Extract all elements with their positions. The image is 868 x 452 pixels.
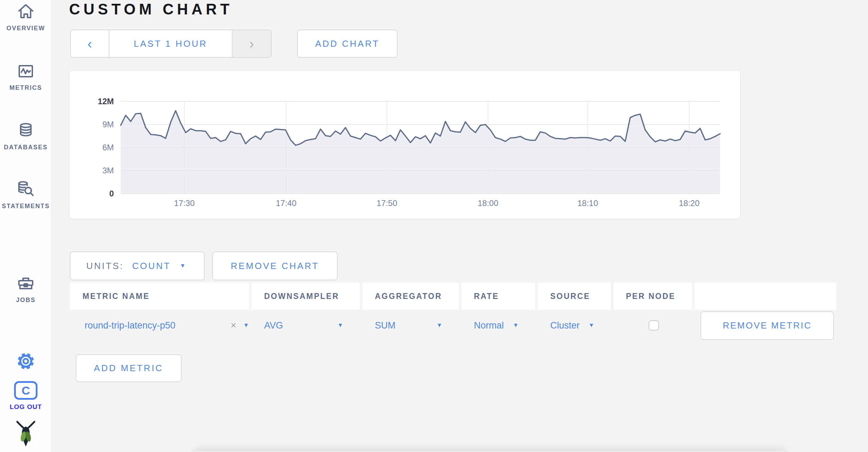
sidebar-item-statements[interactable]: STATEMENTS <box>0 181 52 210</box>
aggregator-dropdown[interactable]: SUM ▼ <box>362 310 459 341</box>
settings-gear-icon[interactable] <box>16 352 35 372</box>
downsampler-dropdown[interactable]: AVG ▼ <box>252 310 360 341</box>
column-header-actions <box>695 283 836 310</box>
column-header-metric-name: METRIC NAME <box>70 283 249 310</box>
rate-dropdown[interactable]: Normal ▼ <box>462 310 535 341</box>
sidebar-item-label: STATEMENTS <box>2 203 50 210</box>
remove-metric-button[interactable]: REMOVE METRIC <box>701 311 834 340</box>
statements-icon <box>17 181 34 198</box>
metric-name-value[interactable]: round-trip-latency-p50 <box>85 320 175 331</box>
column-header-rate: RATE <box>462 283 535 310</box>
chevron-right-icon: › <box>249 36 254 52</box>
home-icon <box>18 3 34 20</box>
metrics-icon <box>18 62 34 79</box>
chevron-down-icon: ▼ <box>513 322 519 329</box>
time-range-next-button[interactable]: › <box>232 30 271 57</box>
sidebar-item-databases[interactable]: DATABASES <box>0 122 52 151</box>
sidebar-item-label: DATABASES <box>4 144 47 151</box>
column-header-aggregator: AGGREGATOR <box>362 283 459 310</box>
sidebar-item-metrics[interactable]: METRICS <box>0 62 52 92</box>
add-chart-button[interactable]: ADD CHART <box>297 30 398 58</box>
chevron-left-icon: ‹ <box>87 36 92 52</box>
sidebar-item-label: METRICS <box>10 84 42 92</box>
svg-text:6M: 6M <box>102 143 114 152</box>
logout-label: LOG OUT <box>10 403 42 411</box>
column-header-per-node: PER NODE <box>614 283 692 310</box>
sidebar-item-jobs[interactable]: JOBS <box>0 275 52 304</box>
svg-text:18:00: 18:00 <box>478 198 498 208</box>
sidebar: OVERVIEW METRICS DATABASES <box>0 0 52 452</box>
chevron-down-icon: ▼ <box>180 262 187 269</box>
jobs-icon <box>17 275 34 292</box>
sidebar-item-label: JOBS <box>16 297 35 304</box>
cockroach-bug-logo <box>16 420 35 449</box>
svg-text:17:30: 17:30 <box>174 198 195 208</box>
page-title: CUSTOM CHART <box>69 1 233 18</box>
per-node-checkbox[interactable] <box>649 320 659 331</box>
time-range-selector: ‹ LAST 1 HOUR › <box>70 30 272 58</box>
chevron-down-icon: ▼ <box>436 322 442 329</box>
sidebar-item-label: OVERVIEW <box>7 25 45 32</box>
chevron-down-icon[interactable]: ▼ <box>243 322 249 329</box>
time-range-prev-button[interactable]: ‹ <box>71 30 109 57</box>
svg-text:9M: 9M <box>102 120 114 129</box>
time-range-dropdown[interactable]: LAST 1 HOUR <box>109 30 232 57</box>
column-header-source: SOURCE <box>538 283 611 310</box>
svg-text:12M: 12M <box>98 97 114 106</box>
svg-text:18:20: 18:20 <box>679 198 699 208</box>
custom-chart-plot[interactable]: 03M6M9M12M17:3017:4017:5018:0018:1018:20 <box>69 71 740 219</box>
cockroach-c-icon[interactable]: C <box>14 381 37 400</box>
chevron-down-icon: ▼ <box>337 322 343 329</box>
svg-text:18:10: 18:10 <box>577 198 598 208</box>
chart-card: 03M6M9M12M17:3017:4017:5018:0018:1018:20 <box>69 70 740 219</box>
column-header-downsampler: DOWNSAMPLER <box>252 283 360 310</box>
add-metric-button[interactable]: ADD METRIC <box>76 354 182 382</box>
units-label: UNITS: <box>86 261 124 271</box>
metric-table-header: METRIC NAME DOWNSAMPLER AGGREGATOR RATE … <box>70 283 836 310</box>
units-dropdown[interactable]: UNITS: COUNT ▼ <box>70 251 205 280</box>
svg-text:17:40: 17:40 <box>276 198 296 208</box>
clear-metric-icon[interactable]: × <box>231 320 236 331</box>
units-value: COUNT <box>132 261 171 271</box>
sidebar-item-overview[interactable]: OVERVIEW <box>0 3 52 32</box>
source-dropdown[interactable]: Cluster ▼ <box>538 310 611 341</box>
svg-text:3M: 3M <box>102 166 114 175</box>
remove-chart-button[interactable]: REMOVE CHART <box>212 251 338 280</box>
svg-text:0: 0 <box>109 189 114 198</box>
database-icon <box>18 122 34 139</box>
svg-text:17:50: 17:50 <box>377 198 397 208</box>
chevron-down-icon: ▼ <box>588 322 594 329</box>
logout-control[interactable]: C LOG OUT <box>10 381 42 411</box>
